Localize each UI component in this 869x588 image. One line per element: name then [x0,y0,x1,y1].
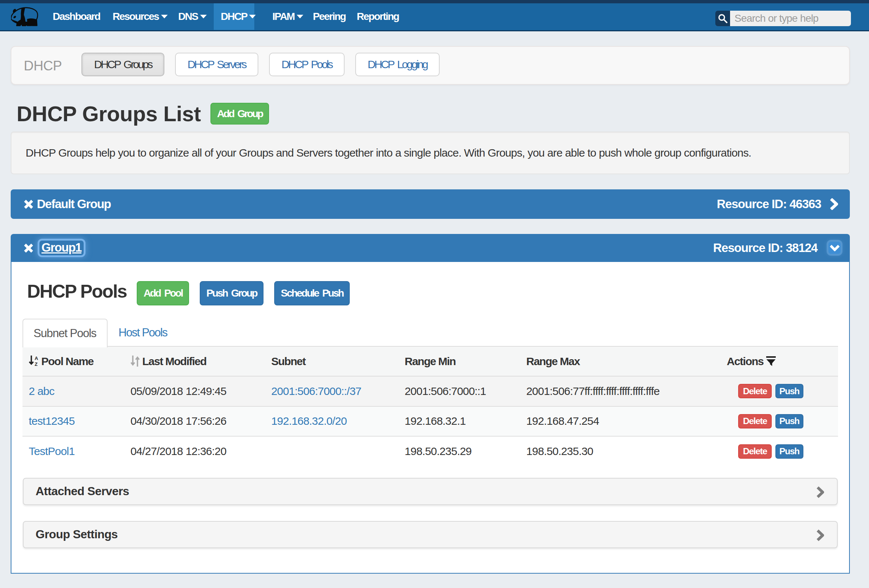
svg-text:A: A [35,355,39,361]
svg-text:Z: Z [35,361,38,367]
